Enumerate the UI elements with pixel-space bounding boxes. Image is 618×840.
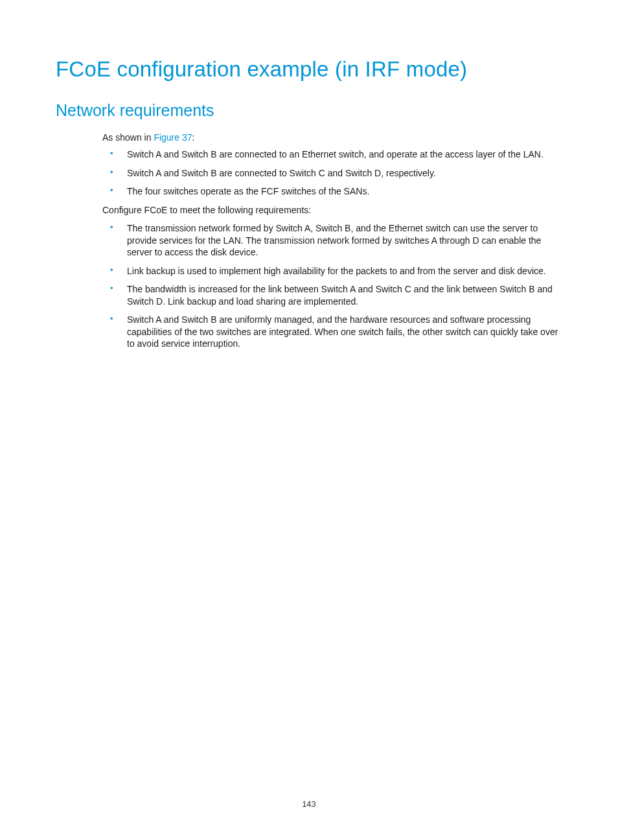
intro-text-suffix: :: [192, 132, 195, 143]
list-item: Switch A and Switch B are connected to a…: [102, 148, 562, 160]
page-title: FCoE configuration example (in IRF mode): [56, 57, 562, 82]
lead-paragraph: Configure FCoE to meet the following req…: [102, 204, 562, 216]
section-heading: Network requirements: [56, 101, 562, 120]
document-page: FCoE configuration example (in IRF mode)…: [0, 0, 618, 840]
list-item: The four switches operate as the FCF swi…: [102, 185, 562, 197]
page-number: 143: [0, 799, 618, 809]
list-item: The transmission network formed by Switc…: [102, 222, 562, 258]
list-item: Switch A and Switch B are uniformly mana…: [102, 314, 562, 349]
figure-reference-link[interactable]: Figure 37: [154, 132, 192, 143]
intro-paragraph: As shown in Figure 37:: [102, 132, 562, 143]
requirements-list: The transmission network formed by Switc…: [102, 222, 562, 349]
list-item: The bandwidth is increased for the link …: [102, 283, 562, 307]
list-item: Switch A and Switch B are connected to S…: [102, 167, 562, 179]
body-content: As shown in Figure 37: Switch A and Swit…: [102, 132, 562, 350]
list-item: Link backup is used to implement high av…: [102, 265, 562, 277]
intro-text-prefix: As shown in: [102, 132, 154, 143]
context-list: Switch A and Switch B are connected to a…: [102, 148, 562, 197]
